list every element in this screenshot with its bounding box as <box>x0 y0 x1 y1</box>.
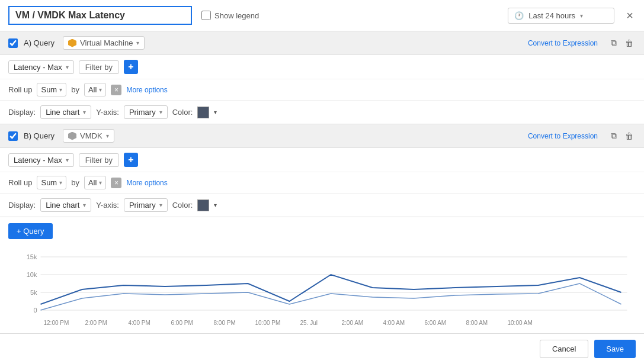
query-a-display-label: Display: <box>8 108 36 117</box>
query-a-yaxis-dropdown[interactable]: Primary ▾ <box>124 105 168 119</box>
query-b-rollup-by-select[interactable]: All ▾ <box>84 176 106 189</box>
query-b-rollup-func-select[interactable]: Sum ▾ <box>37 176 66 189</box>
query-b-more-options-link[interactable]: More options <box>126 179 167 187</box>
query-b-checkbox[interactable] <box>8 131 18 141</box>
query-a-rollup-clear-button[interactable]: × <box>111 85 121 95</box>
query-a-filter-label: Filter by <box>85 63 113 72</box>
query-b-label: B) Query <box>24 131 55 140</box>
svg-text:10k: 10k <box>27 271 37 278</box>
query-a-display-row: Display: Line chart ▾ Y-axis: Primary ▾ … <box>0 101 644 124</box>
svg-text:12:00 PM: 12:00 PM <box>44 320 69 326</box>
query-b-by-chevron: ▾ <box>99 179 102 186</box>
query-b-yaxis-label: Y-axis: <box>96 201 119 210</box>
query-b-metric-row: Latency - Max ▾ Filter by + <box>0 148 644 172</box>
query-a-more-options-link[interactable]: More options <box>126 86 167 94</box>
save-button[interactable]: Save <box>594 340 636 358</box>
svg-text:10:00 AM: 10:00 AM <box>508 320 533 326</box>
query-b-copy-button[interactable]: ⧉ <box>608 130 619 142</box>
vmdk-icon <box>68 132 76 140</box>
query-a-rollup-by-select[interactable]: All ▾ <box>84 83 106 96</box>
query-a-rollup-func-label: Sum <box>41 85 57 94</box>
query-b-metric-chevron: ▾ <box>66 157 69 163</box>
query-b-metric-dropdown[interactable]: Latency - Max ▾ <box>8 153 74 167</box>
query-b-metric-label: Latency - Max <box>14 156 62 165</box>
svg-text:4:00 PM: 4:00 PM <box>129 320 150 326</box>
close-button[interactable]: × <box>624 9 636 22</box>
cancel-button[interactable]: Cancel <box>540 340 588 358</box>
query-a-chart-type-label: Line chart <box>46 108 79 117</box>
query-a-entity-chevron: ▾ <box>136 40 139 46</box>
add-query-area: + Query <box>0 217 644 245</box>
svg-text:25. Jul: 25. Jul <box>300 320 318 326</box>
query-b-rollup-chevron: ▾ <box>59 179 62 186</box>
query-a-copy-button[interactable]: ⧉ <box>608 37 619 49</box>
query-a-rollup-by-label: All <box>88 85 97 94</box>
query-a-yaxis-val: Primary <box>129 108 156 117</box>
query-b-color-swatch[interactable] <box>197 199 209 211</box>
query-b-chart-type-label: Line chart <box>46 201 79 210</box>
query-a-convert-link[interactable]: Convert to Expression <box>528 39 598 47</box>
query-b-rollup-func-label: Sum <box>41 178 57 187</box>
title-input[interactable] <box>8 6 192 25</box>
svg-text:5k: 5k <box>30 289 37 296</box>
query-a-checkbox[interactable] <box>8 38 18 48</box>
query-a-color-dropdown[interactable]: ▾ <box>214 109 217 115</box>
time-range-label: Last 24 hours <box>528 11 575 20</box>
query-b-filter-label: Filter by <box>85 156 113 165</box>
query-a-entity-label: Virtual Machine <box>80 38 133 47</box>
show-legend-label[interactable]: Show legend <box>201 11 259 20</box>
query-b-entity-dropdown[interactable]: VMDK ▾ <box>63 129 114 143</box>
query-b-delete-button[interactable]: 🗑 <box>623 130 636 142</box>
query-a-add-filter-button[interactable]: + <box>124 60 138 74</box>
query-a-color-label: Color: <box>172 108 193 117</box>
svg-text:6:00 PM: 6:00 PM <box>171 320 193 326</box>
query-a-rollup-func-select[interactable]: Sum ▾ <box>37 83 66 96</box>
chart-container: 15k 10k 5k 0 12:00 PM 2:00 PM 4:00 PM 6:… <box>8 251 636 333</box>
query-a-filter-button[interactable]: Filter by <box>79 60 119 74</box>
query-a-metric-dropdown[interactable]: Latency - Max ▾ <box>8 60 74 74</box>
query-a-color-swatch[interactable] <box>197 107 209 118</box>
query-a-by-chevron: ▾ <box>99 86 102 93</box>
query-a-section: A) Query Virtual Machine ▾ Convert to Ex… <box>0 31 644 124</box>
svg-text:15k: 15k <box>27 253 37 260</box>
query-a-rollup-row: Roll up Sum ▾ by All ▾ × More options <box>0 79 644 101</box>
query-b-yaxis-dropdown[interactable]: Primary ▾ <box>124 198 168 212</box>
query-b-filter-button[interactable]: Filter by <box>79 153 119 167</box>
query-b-yaxis-chevron: ▾ <box>159 202 162 208</box>
query-b-convert-link[interactable]: Convert to Expression <box>528 132 598 140</box>
query-a-header: A) Query Virtual Machine ▾ Convert to Ex… <box>0 31 644 55</box>
svg-text:0: 0 <box>33 307 37 314</box>
query-a-label: A) Query <box>24 38 55 47</box>
svg-text:8:00 AM: 8:00 AM <box>466 320 488 326</box>
svg-text:2:00 PM: 2:00 PM <box>85 320 107 326</box>
query-a-metric-row: Latency - Max ▾ Filter by + <box>0 55 644 79</box>
chart-svg: 15k 10k 5k 0 12:00 PM 2:00 PM 4:00 PM 6:… <box>8 251 636 333</box>
query-b-display-label: Display: <box>8 201 36 210</box>
query-a-by-label: by <box>71 85 79 94</box>
svg-text:10:00 PM: 10:00 PM <box>255 320 281 326</box>
query-a-chart-type-dropdown[interactable]: Line chart ▾ <box>40 105 91 119</box>
footer: Cancel Save <box>0 333 644 364</box>
query-b-color-label: Color: <box>172 201 193 210</box>
queries-area: A) Query Virtual Machine ▾ Convert to Ex… <box>0 31 644 333</box>
query-b-actions: ⧉ 🗑 <box>608 130 636 142</box>
query-b-rollup-by-label: All <box>88 178 97 187</box>
query-a-rollup-label: Roll up <box>8 85 32 94</box>
virtual-machine-icon <box>68 39 76 47</box>
query-b-header: B) Query VMDK ▾ Convert to Expression ⧉ … <box>0 124 644 148</box>
query-b-color-dropdown[interactable]: ▾ <box>214 202 217 208</box>
query-a-entity-dropdown[interactable]: Virtual Machine ▾ <box>63 36 145 50</box>
svg-text:8:00 PM: 8:00 PM <box>214 320 236 326</box>
query-b-add-filter-button[interactable]: + <box>124 153 138 167</box>
time-range-picker[interactable]: 🕐 Last 24 hours ▾ <box>508 8 614 24</box>
svg-text:4:00 AM: 4:00 AM <box>383 320 405 326</box>
show-legend-checkbox[interactable] <box>201 11 211 20</box>
query-b-display-row: Display: Line chart ▾ Y-axis: Primary ▾ … <box>0 194 644 217</box>
svg-text:6:00 AM: 6:00 AM <box>425 320 447 326</box>
query-a-delete-button[interactable]: 🗑 <box>623 37 636 49</box>
header: Show legend 🕐 Last 24 hours ▾ × <box>0 0 644 31</box>
query-b-rollup-label: Roll up <box>8 178 32 187</box>
add-query-button[interactable]: + Query <box>8 223 53 239</box>
query-b-chart-type-dropdown[interactable]: Line chart ▾ <box>40 198 91 212</box>
query-b-rollup-clear-button[interactable]: × <box>111 178 121 188</box>
